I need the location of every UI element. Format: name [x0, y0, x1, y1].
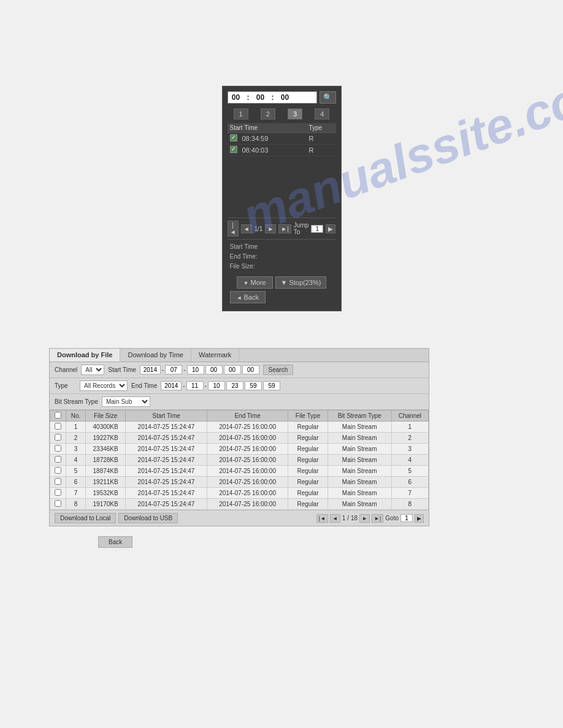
- type-select[interactable]: All RecordsRegularAlarmMotion: [80, 381, 128, 391]
- end-day[interactable]: [208, 381, 225, 390]
- goto-go-btn[interactable]: ▶: [415, 514, 424, 523]
- type-label: Type: [55, 382, 76, 389]
- download-usb-btn[interactable]: Download to USB: [118, 513, 178, 523]
- start-date-group: - -: [140, 365, 259, 374]
- end-month[interactable]: [186, 381, 204, 390]
- stop-button[interactable]: ▼ Stop(23%): [275, 276, 327, 289]
- channel-tab-2[interactable]: 2: [261, 108, 275, 119]
- row-size: 40300KB: [85, 422, 125, 433]
- row-checkbox[interactable]: [50, 466, 66, 477]
- row-size: 18728KB: [85, 455, 125, 466]
- pag-prev-nav[interactable]: ◄: [330, 514, 340, 523]
- end-hour[interactable]: [226, 381, 243, 390]
- th-starttime: Start Time: [126, 411, 207, 422]
- channel-tab-4[interactable]: 4: [315, 108, 329, 119]
- start-time-info: Start Time: [230, 242, 334, 252]
- select-all-checkbox[interactable]: [55, 412, 61, 419]
- row-checkbox[interactable]: [50, 455, 66, 466]
- end-sec[interactable]: [263, 381, 280, 390]
- start-hour[interactable]: [205, 365, 223, 374]
- end-year[interactable]: [161, 381, 182, 390]
- row-end: 2014-07-25 16:00:00: [207, 499, 288, 510]
- file-type-1: R: [309, 135, 334, 142]
- date-sep-4: -: [205, 382, 207, 389]
- tab-download-file[interactable]: Download by File: [50, 349, 120, 362]
- file-table-header: Start Time Type: [228, 123, 336, 133]
- pag-last-nav[interactable]: ►|: [372, 514, 383, 523]
- file-start-1: 08:34:59: [242, 135, 309, 142]
- start-year[interactable]: [140, 365, 161, 374]
- th-streamtype: Bit Stream Type: [327, 411, 391, 422]
- table-row[interactable]: 5 18874KB 2014-07-25 15:24:47 2014-07-25…: [50, 466, 429, 477]
- table-row[interactable]: 6 19211KB 2014-07-25 15:24:47 2014-07-25…: [50, 477, 429, 488]
- pag-next-btn[interactable]: ►: [265, 224, 276, 233]
- tab-download-time[interactable]: Download by Time: [120, 349, 191, 362]
- row-size: 23346KB: [85, 444, 125, 455]
- row-channel: 8: [391, 499, 428, 510]
- bit-stream-select[interactable]: Main SubSub Stream: [102, 396, 150, 407]
- pag-prev-btn[interactable]: ◄: [241, 224, 252, 233]
- time-search-row: 00 : 00 : 00 🔍: [228, 91, 336, 104]
- pagination-row: |◄ ◄ 1/1 ► ►| Jump To ▶: [228, 218, 336, 239]
- row-checkbox[interactable]: [50, 477, 66, 488]
- download-local-btn[interactable]: Download to Local: [55, 513, 116, 523]
- jump-input[interactable]: [311, 225, 323, 233]
- row-no: 4: [66, 455, 86, 466]
- table-row[interactable]: 2 19227KB 2014-07-25 15:24:47 2014-07-25…: [50, 433, 429, 444]
- pag-next-nav[interactable]: ►: [359, 514, 370, 523]
- file-row-1[interactable]: 08:34:59 R: [228, 133, 336, 145]
- table-row[interactable]: 7 19532KB 2014-07-25 15:24:47 2014-07-25…: [50, 488, 429, 499]
- table-row[interactable]: 3 23346KB 2014-07-25 15:24:47 2014-07-25…: [50, 444, 429, 455]
- row-stream: Main Stream: [327, 422, 391, 433]
- checkbox-2[interactable]: [230, 146, 237, 153]
- pag-last-btn[interactable]: ►|: [278, 224, 291, 233]
- start-time-label: Start Time: [108, 366, 136, 373]
- time-search-button[interactable]: 🔍: [320, 91, 336, 104]
- row-channel: 7: [391, 488, 428, 499]
- channel-tab-3[interactable]: 3: [288, 108, 302, 119]
- row-size: 19532KB: [85, 488, 125, 499]
- row-stream: Main Stream: [327, 444, 391, 455]
- table-row[interactable]: 1 40300KB 2014-07-25 15:24:47 2014-07-25…: [50, 422, 429, 433]
- start-day[interactable]: [187, 365, 204, 374]
- pag-first-nav[interactable]: |◄: [316, 514, 328, 523]
- search-button[interactable]: Search: [263, 365, 294, 375]
- tab-row: Download by File Download by Time Waterm…: [50, 349, 429, 362]
- download-panel: Download by File Download by Time Waterm…: [49, 348, 429, 526]
- end-min[interactable]: [245, 381, 262, 390]
- goto-input[interactable]: [400, 514, 413, 522]
- file-row-2[interactable]: 08:40:03 R: [228, 145, 336, 156]
- pag-first-btn[interactable]: |◄: [228, 221, 239, 237]
- checkbox-1[interactable]: [230, 134, 237, 142]
- row-type: Regular: [288, 466, 327, 477]
- table-row[interactable]: 4 18728KB 2014-07-25 15:24:47 2014-07-25…: [50, 455, 429, 466]
- back-button-sm[interactable]: Back: [98, 536, 132, 548]
- row-end: 2014-07-25 16:00:00: [207, 477, 288, 488]
- row-checkbox[interactable]: [50, 499, 66, 510]
- empty-file-area: [228, 156, 336, 218]
- start-min[interactable]: [224, 365, 241, 374]
- row-no: 7: [66, 488, 86, 499]
- jump-go-btn[interactable]: ▶: [326, 224, 335, 233]
- row-start: 2014-07-25 15:24:47: [126, 455, 207, 466]
- row-start: 2014-07-25 15:24:47: [126, 477, 207, 488]
- row-stream: Main Stream: [327, 455, 391, 466]
- more-button[interactable]: More: [237, 276, 273, 289]
- row-size: 19170KB: [85, 499, 125, 510]
- table-row[interactable]: 8 19170KB 2014-07-25 15:24:47 2014-07-25…: [50, 499, 429, 510]
- dvr-back-button[interactable]: Back: [230, 291, 266, 303]
- row-checkbox[interactable]: [50, 488, 66, 499]
- channel-tab-1[interactable]: 1: [234, 108, 248, 119]
- row-checkbox[interactable]: [50, 422, 66, 433]
- row-checkbox[interactable]: [50, 444, 66, 455]
- tab-watermark[interactable]: Watermark: [191, 349, 239, 362]
- row-start: 2014-07-25 15:24:47: [126, 433, 207, 444]
- start-month[interactable]: [165, 365, 182, 374]
- pag-page-total: 18: [351, 515, 358, 521]
- row-type: Regular: [288, 422, 327, 433]
- row-checkbox[interactable]: [50, 433, 66, 444]
- row-channel: 6: [391, 477, 428, 488]
- start-sec[interactable]: [242, 365, 259, 374]
- channel-select[interactable]: All1234: [81, 365, 104, 375]
- th-endtime: End Time: [207, 411, 288, 422]
